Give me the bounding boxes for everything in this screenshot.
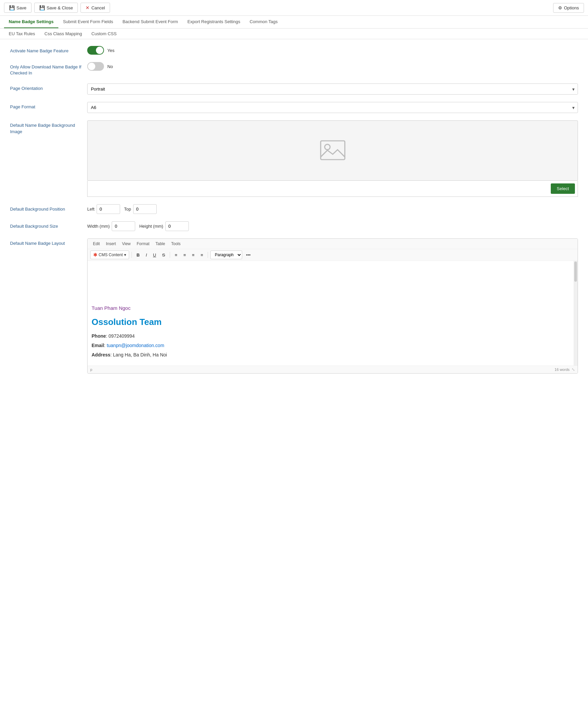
editor-wrap: Edit Insert View Format Table Tools ✱ CM… (87, 238, 578, 373)
default-bg-size-row: Default Background Size Width (mm) Heigh… (10, 221, 578, 231)
page-format-select[interactable]: A4 A5 A6 Letter (87, 102, 578, 113)
page-content: Activate Name Badge Feature Yes Only All… (0, 39, 588, 388)
activate-name-badge-label: Activate Name Badge Feature (10, 46, 87, 54)
save-button[interactable]: 💾 Save (4, 3, 31, 13)
image-select-button[interactable]: Select (551, 184, 575, 194)
svg-rect-0 (321, 141, 345, 159)
cancel-label: Cancel (91, 5, 105, 10)
page-format-row: Page Format A4 A5 A6 Letter ▾ (10, 102, 578, 113)
italic-button[interactable]: I (143, 251, 149, 259)
address-value: Lang Ha, Ba Dinh, Ha Noi (113, 352, 167, 358)
editor-empty-space (91, 265, 571, 305)
main-tabs: Name Badge Settings Submit Event Form Fi… (0, 16, 588, 28)
activate-toggle-wrap: Yes (87, 46, 578, 55)
options-label: Options (564, 5, 579, 10)
tab-submit-event-form-fields[interactable]: Submit Event Form Fields (58, 16, 118, 28)
only-allow-download-label: Only Allow Download Name Badge If Checke… (10, 62, 87, 76)
width-input[interactable] (112, 221, 135, 231)
editor-footer-tag: p (90, 367, 92, 371)
height-input[interactable] (165, 221, 189, 231)
editor-menu-tools[interactable]: Tools (168, 240, 183, 248)
editor-menu-table[interactable]: Table (153, 240, 168, 248)
image-placeholder (319, 137, 346, 165)
page-orientation-row: Page Orientation Portrait Landscape ▾ (10, 84, 578, 94)
cancel-icon: ✕ (86, 5, 89, 10)
default-layout-label: Default Name Badge Layout (10, 238, 87, 247)
page-format-control: A4 A5 A6 Letter ▾ (87, 102, 578, 113)
toolbar-divider-2 (170, 252, 170, 258)
underline-button[interactable]: U (151, 251, 158, 259)
editor-name: Tuan Pham Ngoc (91, 305, 571, 311)
top-toolbar: 💾 Save 💾 Save & Close ✕ Cancel ⚙ Options (0, 0, 588, 16)
activate-toggle-value: Yes (107, 48, 114, 53)
default-bg-position-label: Default Background Position (10, 204, 87, 212)
default-bg-image-row: Default Name Badge Background Image Sele… (10, 121, 578, 197)
resize-handle[interactable]: ⤡ (571, 367, 575, 372)
only-allow-toggle-value: No (107, 64, 113, 69)
only-allow-download-row: Only Allow Download Name Badge If Checke… (10, 62, 578, 76)
width-group: Width (mm) (87, 221, 135, 231)
editor-menu-format[interactable]: Format (134, 240, 152, 248)
left-input[interactable] (97, 204, 120, 214)
phone-label: Phone (91, 333, 106, 339)
default-bg-position-control: Left Top (87, 204, 578, 214)
image-placeholder-icon (319, 137, 346, 164)
tab-backend-submit-event-form[interactable]: Backend Submit Event Form (118, 16, 183, 28)
options-button[interactable]: ⚙ Options (553, 3, 584, 13)
email-label: Email (91, 343, 104, 348)
editor-toolbar: ✱ CMS Content ▾ B I U S ≡ ≡ ≡ ≡ (87, 249, 578, 261)
align-center-button[interactable]: ≡ (181, 251, 189, 259)
page-orientation-select[interactable]: Portrait Landscape (87, 84, 578, 94)
size-wrap: Width (mm) Height (mm) (87, 221, 578, 231)
width-label: Width (mm) (87, 224, 110, 229)
only-allow-download-toggle[interactable] (87, 62, 104, 71)
tab-export-registrants-settings[interactable]: Export Registrants Settings (183, 16, 245, 28)
more-button[interactable]: ••• (244, 251, 253, 259)
page-orientation-select-wrap: Portrait Landscape ▾ (87, 84, 578, 94)
editor-menu-edit[interactable]: Edit (90, 240, 103, 248)
bold-button[interactable]: B (134, 251, 142, 259)
cms-chevron-icon: ▾ (124, 253, 126, 257)
left-label: Left (87, 207, 94, 212)
position-wrap: Left Top (87, 204, 578, 214)
tab-custom-css[interactable]: Custom CSS (87, 28, 121, 39)
top-position-group: Top (124, 204, 156, 214)
align-right-button[interactable]: ≡ (190, 251, 197, 259)
email-value[interactable]: tuanpn@joomdonation.com (107, 343, 164, 348)
paragraph-select[interactable]: Paragraph Heading 1 Heading 2 (210, 251, 242, 259)
left-position-group: Left (87, 204, 120, 214)
strikethrough-button[interactable]: S (160, 251, 167, 259)
activate-name-badge-toggle[interactable] (87, 46, 104, 55)
default-layout-control: Edit Insert View Format Table Tools ✱ CM… (87, 238, 578, 373)
tab-eu-tax-rules[interactable]: EU Tax Rules (4, 28, 40, 39)
editor-menu-view[interactable]: View (120, 240, 133, 248)
top-input[interactable] (133, 204, 156, 214)
editor-company: Ossolution Team (91, 317, 571, 327)
tab-common-tags[interactable]: Common Tags (245, 16, 282, 28)
default-bg-size-label: Default Background Size (10, 221, 87, 229)
scrollbar-thumb (574, 261, 577, 282)
phone-value: 0972409994 (109, 333, 135, 339)
align-left-button[interactable]: ≡ (172, 251, 180, 259)
only-allow-download-control: No (87, 62, 578, 71)
default-bg-image-control: Select (87, 121, 578, 197)
editor-content[interactable]: Tuan Pham Ngoc Ossolution Team Phone: 09… (87, 261, 578, 365)
svg-point-1 (325, 144, 330, 150)
save-close-label: Save & Close (47, 5, 73, 10)
default-bg-size-control: Width (mm) Height (mm) (87, 221, 578, 231)
page-orientation-label: Page Orientation (10, 84, 87, 91)
editor-menu-insert[interactable]: Insert (103, 240, 119, 248)
save-close-button[interactable]: 💾 Save & Close (34, 3, 78, 13)
editor-footer-right: 16 words ⤡ (554, 367, 575, 372)
editor-scrollbar[interactable] (573, 261, 578, 365)
activate-name-badge-row: Activate Name Badge Feature Yes (10, 46, 578, 55)
toolbar-divider-3 (208, 252, 208, 258)
toggle-knob (96, 47, 103, 54)
align-justify-button[interactable]: ≡ (198, 251, 206, 259)
cms-content-button[interactable]: ✱ CMS Content ▾ (90, 251, 129, 259)
cancel-button[interactable]: ✕ Cancel (81, 3, 110, 13)
height-label: Height (mm) (139, 224, 163, 229)
tab-css-class-mapping[interactable]: Css Class Mapping (40, 28, 87, 39)
save-close-icon: 💾 (39, 5, 45, 10)
tab-name-badge-settings[interactable]: Name Badge Settings (4, 16, 58, 28)
